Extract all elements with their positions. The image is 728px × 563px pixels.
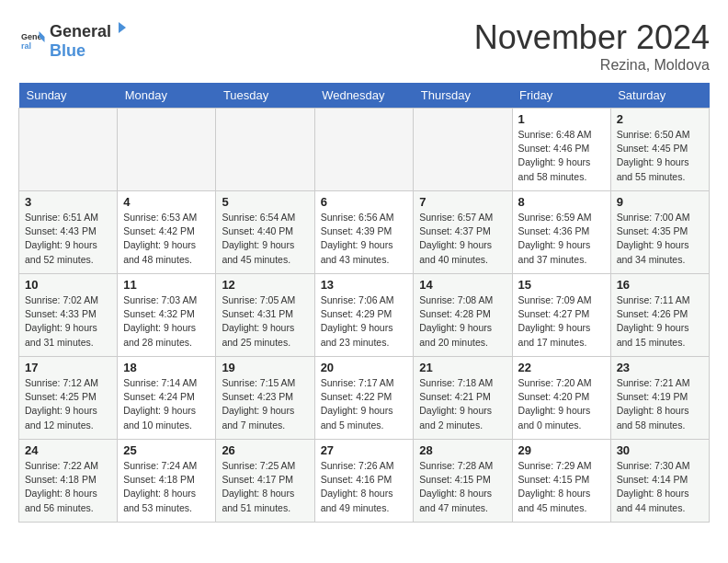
day-info: Sunrise: 7:22 AM Sunset: 4:18 PM Dayligh… <box>25 459 111 515</box>
title-area: November 2024 Rezina, Moldova <box>474 18 710 74</box>
logo-arrow-icon <box>113 18 131 37</box>
day-cell: 12Sunrise: 7:05 AM Sunset: 4:31 PM Dayli… <box>216 274 314 357</box>
day-number: 8 <box>518 195 605 209</box>
day-number: 28 <box>419 443 506 457</box>
day-cell: 30Sunrise: 7:30 AM Sunset: 4:14 PM Dayli… <box>610 440 709 523</box>
day-cell: 4Sunrise: 6:53 AM Sunset: 4:42 PM Daylig… <box>118 191 216 274</box>
header-monday: Monday <box>118 83 216 109</box>
day-number: 17 <box>25 361 111 374</box>
day-cell: 21Sunrise: 7:18 AM Sunset: 4:21 PM Dayli… <box>414 357 512 440</box>
day-info: Sunrise: 6:51 AM Sunset: 4:43 PM Dayligh… <box>25 211 111 267</box>
calendar-header-row: SundayMondayTuesdayWednesdayThursdayFrid… <box>19 83 710 109</box>
day-info: Sunrise: 7:02 AM Sunset: 4:33 PM Dayligh… <box>25 293 111 350</box>
day-cell <box>118 109 216 191</box>
day-cell: 20Sunrise: 7:17 AM Sunset: 4:22 PM Dayli… <box>314 357 414 440</box>
day-cell: 23Sunrise: 7:21 AM Sunset: 4:19 PM Dayli… <box>610 357 709 440</box>
day-cell: 26Sunrise: 7:25 AM Sunset: 4:17 PM Dayli… <box>216 440 314 523</box>
day-info: Sunrise: 6:50 AM Sunset: 4:45 PM Dayligh… <box>617 128 703 184</box>
svg-text:Gene: Gene <box>21 32 42 41</box>
day-number: 7 <box>419 195 506 209</box>
header-friday: Friday <box>512 83 610 109</box>
day-info: Sunrise: 7:30 AM Sunset: 4:14 PM Dayligh… <box>617 459 703 515</box>
month-title: November 2024 <box>474 18 710 57</box>
day-number: 4 <box>123 195 210 209</box>
day-number: 29 <box>518 443 605 457</box>
day-info: Sunrise: 6:57 AM Sunset: 4:37 PM Dayligh… <box>419 211 506 267</box>
day-cell: 13Sunrise: 7:06 AM Sunset: 4:29 PM Dayli… <box>314 274 414 357</box>
day-cell <box>216 109 314 191</box>
day-cell: 15Sunrise: 7:09 AM Sunset: 4:27 PM Dayli… <box>512 274 610 357</box>
svg-marker-5 <box>119 22 126 33</box>
day-number: 6 <box>321 195 408 209</box>
day-number: 10 <box>25 278 111 292</box>
header-wednesday: Wednesday <box>314 83 414 109</box>
day-number: 1 <box>518 112 605 126</box>
logo-text-general: General <box>50 22 111 41</box>
day-cell: 19Sunrise: 7:15 AM Sunset: 4:23 PM Dayli… <box>216 357 314 440</box>
day-info: Sunrise: 7:21 AM Sunset: 4:19 PM Dayligh… <box>617 376 703 432</box>
day-cell: 24Sunrise: 7:22 AM Sunset: 4:18 PM Dayli… <box>19 440 118 523</box>
header-saturday: Saturday <box>610 83 709 109</box>
header-sunday: Sunday <box>19 83 118 109</box>
day-number: 2 <box>617 112 703 126</box>
day-cell: 27Sunrise: 7:26 AM Sunset: 4:16 PM Dayli… <box>314 440 414 523</box>
day-info: Sunrise: 7:14 AM Sunset: 4:24 PM Dayligh… <box>123 376 210 432</box>
day-info: Sunrise: 7:12 AM Sunset: 4:25 PM Dayligh… <box>25 376 111 432</box>
day-cell: 6Sunrise: 6:56 AM Sunset: 4:39 PM Daylig… <box>314 191 414 274</box>
day-cell: 18Sunrise: 7:14 AM Sunset: 4:24 PM Dayli… <box>118 357 216 440</box>
day-number: 14 <box>419 278 506 292</box>
day-cell: 2Sunrise: 6:50 AM Sunset: 4:45 PM Daylig… <box>610 109 709 191</box>
logo-icon: Gene ral <box>18 26 46 53</box>
day-number: 5 <box>222 195 308 209</box>
day-number: 12 <box>222 278 308 292</box>
day-number: 22 <box>518 361 605 374</box>
day-cell: 29Sunrise: 7:29 AM Sunset: 4:15 PM Dayli… <box>512 440 610 523</box>
day-number: 27 <box>321 443 408 457</box>
logo-text-blue: Blue <box>50 41 131 61</box>
day-number: 20 <box>321 361 408 374</box>
day-number: 19 <box>222 361 308 374</box>
week-row-1: 1Sunrise: 6:48 AM Sunset: 4:46 PM Daylig… <box>19 109 710 191</box>
day-cell: 17Sunrise: 7:12 AM Sunset: 4:25 PM Dayli… <box>19 357 118 440</box>
location: Rezina, Moldova <box>474 57 710 74</box>
day-number: 26 <box>222 443 308 457</box>
day-cell: 8Sunrise: 6:59 AM Sunset: 4:36 PM Daylig… <box>512 191 610 274</box>
day-cell: 1Sunrise: 6:48 AM Sunset: 4:46 PM Daylig… <box>512 109 610 191</box>
day-info: Sunrise: 7:20 AM Sunset: 4:20 PM Dayligh… <box>518 376 605 432</box>
day-cell: 28Sunrise: 7:28 AM Sunset: 4:15 PM Dayli… <box>414 440 512 523</box>
header-tuesday: Tuesday <box>216 83 314 109</box>
day-cell: 5Sunrise: 6:54 AM Sunset: 4:40 PM Daylig… <box>216 191 314 274</box>
day-cell: 9Sunrise: 7:00 AM Sunset: 4:35 PM Daylig… <box>610 191 709 274</box>
day-cell <box>314 109 414 191</box>
page-header: Gene ral General Blue November 2024 Rezi… <box>18 18 710 74</box>
day-number: 16 <box>617 278 703 292</box>
day-cell: 22Sunrise: 7:20 AM Sunset: 4:20 PM Dayli… <box>512 357 610 440</box>
week-row-3: 10Sunrise: 7:02 AM Sunset: 4:33 PM Dayli… <box>19 274 710 357</box>
day-number: 25 <box>123 443 210 457</box>
day-info: Sunrise: 6:54 AM Sunset: 4:40 PM Dayligh… <box>222 211 308 267</box>
day-number: 23 <box>617 361 703 374</box>
day-info: Sunrise: 7:06 AM Sunset: 4:29 PM Dayligh… <box>321 293 408 350</box>
day-number: 13 <box>321 278 408 292</box>
day-info: Sunrise: 7:28 AM Sunset: 4:15 PM Dayligh… <box>419 459 506 515</box>
day-number: 30 <box>617 443 703 457</box>
day-info: Sunrise: 7:08 AM Sunset: 4:28 PM Dayligh… <box>419 293 506 350</box>
day-info: Sunrise: 6:48 AM Sunset: 4:46 PM Dayligh… <box>518 128 605 184</box>
day-cell: 11Sunrise: 7:03 AM Sunset: 4:32 PM Dayli… <box>118 274 216 357</box>
day-info: Sunrise: 7:26 AM Sunset: 4:16 PM Dayligh… <box>321 459 408 515</box>
day-info: Sunrise: 7:17 AM Sunset: 4:22 PM Dayligh… <box>321 376 408 432</box>
day-cell <box>414 109 512 191</box>
day-info: Sunrise: 7:25 AM Sunset: 4:17 PM Dayligh… <box>222 459 308 515</box>
day-cell: 25Sunrise: 7:24 AM Sunset: 4:18 PM Dayli… <box>118 440 216 523</box>
day-info: Sunrise: 7:09 AM Sunset: 4:27 PM Dayligh… <box>518 293 605 350</box>
week-row-2: 3Sunrise: 6:51 AM Sunset: 4:43 PM Daylig… <box>19 191 710 274</box>
day-number: 15 <box>518 278 605 292</box>
day-number: 24 <box>25 443 111 457</box>
day-number: 3 <box>25 195 111 209</box>
logo: Gene ral General Blue <box>18 18 131 61</box>
week-row-4: 17Sunrise: 7:12 AM Sunset: 4:25 PM Dayli… <box>19 357 710 440</box>
day-cell: 3Sunrise: 6:51 AM Sunset: 4:43 PM Daylig… <box>19 191 118 274</box>
day-info: Sunrise: 7:24 AM Sunset: 4:18 PM Dayligh… <box>123 459 210 515</box>
day-cell: 14Sunrise: 7:08 AM Sunset: 4:28 PM Dayli… <box>414 274 512 357</box>
header-thursday: Thursday <box>414 83 512 109</box>
